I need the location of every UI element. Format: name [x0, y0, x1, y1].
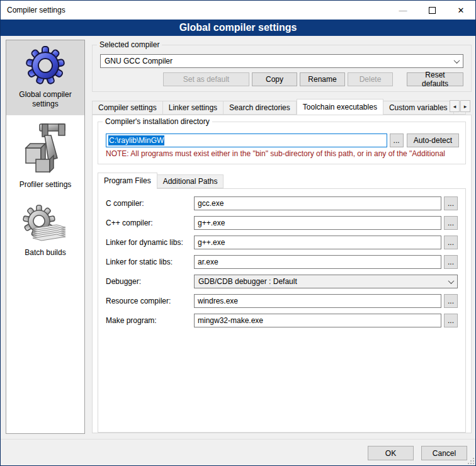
resource-compiler-label: Resource compiler: — [106, 297, 194, 305]
toolchain-executables-panel: Compiler's installation directory C:\ray… — [92, 115, 472, 433]
linker-static-browse-button[interactable]: ... — [444, 255, 458, 269]
linker-dynamic-input[interactable] — [194, 236, 441, 249]
debugger-select-value: GDB/CDB debugger : Default — [198, 277, 297, 286]
dialog-header: Global compiler settings — [1, 20, 475, 36]
tab-search-directories[interactable]: Search directories — [224, 101, 297, 115]
arrow-left-icon: ◂ — [453, 103, 456, 110]
compiler-tabs: Compiler settings Linker settings Search… — [92, 98, 472, 115]
title-bar: Compiler settings — ✕ — [1, 1, 475, 20]
minimize-icon: — — [399, 6, 407, 15]
sidebar-item-label: Batch builds — [9, 248, 82, 258]
auto-detect-button[interactable]: Auto-detect — [407, 134, 459, 147]
tab-additional-paths[interactable]: Additional Paths — [157, 174, 224, 188]
make-program-browse-button[interactable]: ... — [444, 314, 458, 327]
browse-directory-button[interactable]: ... — [390, 134, 404, 147]
arrow-right-icon: ▸ — [464, 103, 467, 110]
make-program-input[interactable] — [194, 314, 441, 327]
window-title: Compiler settings — [1, 6, 65, 14]
cpp-compiler-label: C++ compiler: — [106, 219, 194, 227]
sidebar-item-label: Global compiler settings — [9, 90, 82, 109]
c-compiler-label: C compiler: — [106, 199, 194, 208]
selected-compiler-group-label: Selected compiler — [97, 40, 162, 49]
linker-static-input[interactable] — [194, 255, 441, 269]
tab-custom-variables[interactable]: Custom variables — [383, 101, 454, 115]
linker-static-label: Linker for static libs: — [106, 258, 194, 266]
maximize-button[interactable] — [417, 1, 446, 20]
minimize-button[interactable]: — — [388, 1, 417, 20]
resource-compiler-browse-button[interactable]: ... — [444, 294, 458, 308]
ok-button[interactable]: OK — [368, 446, 414, 460]
resize-grip[interactable] — [468, 458, 474, 464]
sidebar-item-batch-builds[interactable]: Batch builds — [6, 196, 84, 264]
sidebar-item-global-compiler-settings[interactable]: Global compiler settings — [6, 40, 84, 115]
sidebar-item-profiler-settings[interactable]: Profiler settings — [6, 115, 84, 196]
linker-dynamic-label: Linker for dynamic libs: — [106, 238, 194, 247]
compiler-select-value: GNU GCC Compiler — [105, 57, 173, 65]
tab-program-files[interactable]: Program Files — [98, 173, 157, 189]
compiler-select[interactable]: GNU GCC Compiler — [100, 54, 463, 68]
main-content: Selected compiler GNU GCC Compiler Set a… — [92, 37, 472, 433]
compiler-gear-icon — [9, 45, 82, 88]
tab-linker-settings[interactable]: Linker settings — [163, 101, 224, 115]
installation-note: NOTE: All programs must exist either in … — [106, 149, 459, 158]
profiler-caliper-icon — [9, 123, 82, 178]
debugger-row: Debugger: GDB/CDB debugger : Default — [106, 275, 458, 288]
sidebar-item-label: Profiler settings — [9, 180, 82, 190]
make-program-row: Make program: ... — [106, 314, 458, 327]
cpp-compiler-input[interactable] — [194, 216, 441, 230]
settings-category-list: Global compiler settings — [6, 40, 85, 434]
cpp-compiler-browse-button[interactable]: ... — [444, 216, 458, 230]
cancel-button[interactable]: Cancel — [421, 446, 467, 460]
tab-compiler-settings[interactable]: Compiler settings — [92, 101, 163, 115]
resource-compiler-input[interactable] — [194, 294, 441, 308]
tab-toolchain-executables[interactable]: Toolchain executables — [297, 99, 383, 115]
linker-dynamic-row: Linker for dynamic libs: ... — [106, 236, 458, 249]
dialog-footer: OK Cancel — [1, 439, 475, 465]
program-tabs: Program Files Additional Paths — [98, 172, 466, 188]
delete-button[interactable]: Delete — [348, 72, 393, 86]
cpp-compiler-row: C++ compiler: ... — [106, 216, 458, 230]
maximize-icon — [429, 7, 436, 14]
make-program-label: Make program: — [106, 316, 194, 325]
chevron-down-icon — [454, 57, 460, 64]
copy-button[interactable]: Copy — [252, 72, 297, 86]
linker-dynamic-browse-button[interactable]: ... — [444, 236, 458, 249]
rename-button[interactable]: Rename — [300, 72, 345, 86]
installation-directory-group-label: Compiler's installation directory — [103, 117, 212, 126]
compiler-settings-dialog: Compiler settings — ✕ Global compiler se… — [0, 0, 476, 466]
tab-scroll-right-button[interactable]: ▸ — [460, 100, 470, 112]
debugger-select[interactable]: GDB/CDB debugger : Default — [194, 275, 458, 288]
c-compiler-row: C compiler: ... — [106, 196, 458, 210]
batch-builds-gear-stack-icon — [9, 205, 82, 246]
debugger-label: Debugger: — [106, 277, 194, 286]
tab-scroll-left-button[interactable]: ◂ — [450, 100, 460, 112]
resource-compiler-row: Resource compiler: ... — [106, 294, 458, 308]
c-compiler-input[interactable] — [194, 196, 441, 210]
installation-directory-group: Compiler's installation directory C:\ray… — [98, 122, 466, 164]
close-button[interactable]: ✕ — [446, 1, 475, 20]
reset-defaults-button[interactable]: Reset defaults — [407, 72, 463, 86]
chevron-down-icon — [448, 278, 455, 284]
installation-dir-value: C:\raylib\MinGW — [108, 135, 164, 145]
dialog-body: Global compiler settings — [1, 36, 475, 439]
linker-static-row: Linker for static libs: ... — [106, 255, 458, 269]
installation-dir-input[interactable]: C:\raylib\MinGW — [106, 134, 387, 147]
set-as-default-button[interactable]: Set as default — [163, 72, 249, 86]
c-compiler-browse-button[interactable]: ... — [444, 196, 458, 210]
program-files-panel: C compiler: ... C++ compiler: ... Linker… — [98, 188, 466, 433]
selected-compiler-group: Selected compiler GNU GCC Compiler Set a… — [92, 45, 472, 92]
close-icon: ✕ — [458, 6, 465, 15]
